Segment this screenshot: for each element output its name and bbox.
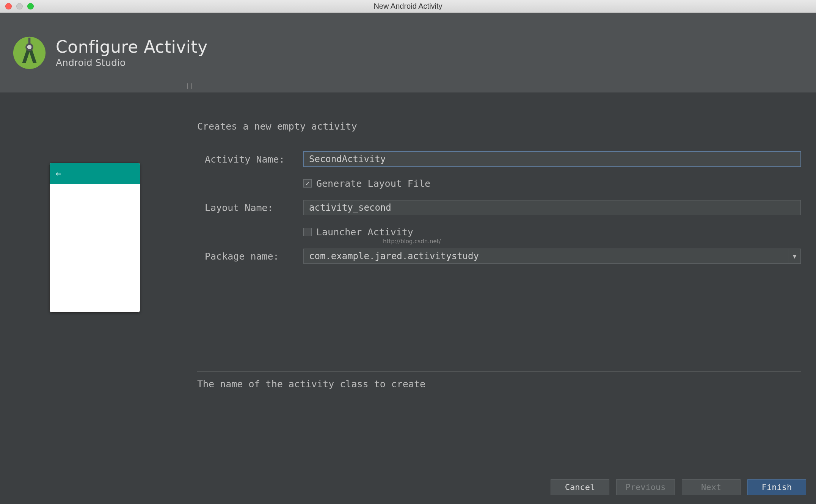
form-description: Creates a new empty activity [197, 121, 801, 132]
previous-button[interactable]: Previous [616, 479, 675, 495]
device-appbar: ← [50, 163, 140, 184]
form-column: Creates a new empty activity Activity Na… [190, 92, 816, 470]
package-name-combo[interactable]: ▼ [303, 249, 801, 264]
generate-layout-label: Generate Layout File [316, 178, 430, 189]
window-titlebar: New Android Activity [0, 0, 816, 13]
help-text: The name of the activity class to create [197, 379, 801, 390]
row-activity-name: Activity Name: [197, 150, 801, 168]
package-name-input[interactable] [303, 249, 801, 264]
layout-name-label: Layout Name: [197, 202, 292, 213]
launcher-activity-label: Launcher Activity [316, 227, 413, 238]
header-subtitle: Android Studio [56, 57, 208, 68]
package-name-label: Package name: [197, 251, 292, 262]
device-preview: ← [49, 163, 140, 313]
separator [197, 371, 801, 372]
generate-layout-checkbox[interactable]: ✓ [303, 179, 312, 188]
svg-point-2 [27, 45, 31, 49]
wizard-header: Configure Activity Android Studio || [0, 13, 816, 92]
back-arrow-icon: ← [56, 168, 61, 179]
activity-name-input[interactable] [303, 152, 801, 167]
activity-name-label: Activity Name: [197, 154, 292, 165]
wizard-body: ← Creates a new empty activity Activity … [0, 92, 816, 470]
header-grip-icon: || [186, 83, 194, 89]
watermark-text: http://blog.csdn.net/ [383, 238, 441, 245]
finish-button[interactable]: Finish [747, 479, 806, 495]
next-button[interactable]: Next [682, 479, 741, 495]
row-launcher-activity: ✓ Launcher Activity http://blog.csdn.net… [197, 223, 801, 241]
package-name-dropdown-button[interactable]: ▼ [788, 249, 801, 264]
preview-column: ← [0, 92, 190, 470]
svg-rect-3 [28, 38, 31, 42]
android-studio-logo-icon [11, 35, 47, 71]
row-generate-layout: ✓ Generate Layout File [197, 174, 801, 193]
window-title: New Android Activity [0, 2, 816, 11]
row-layout-name: Layout Name: [197, 199, 801, 217]
chevron-down-icon: ▼ [793, 253, 797, 260]
header-title: Configure Activity [56, 37, 208, 56]
launcher-activity-checkbox[interactable]: ✓ [303, 228, 312, 236]
wizard-footer: Cancel Previous Next Finish [0, 470, 816, 504]
header-text: Configure Activity Android Studio [56, 37, 208, 68]
cancel-button[interactable]: Cancel [551, 479, 609, 495]
layout-name-input[interactable] [303, 200, 801, 215]
row-package-name: Package name: ▼ [197, 247, 801, 265]
